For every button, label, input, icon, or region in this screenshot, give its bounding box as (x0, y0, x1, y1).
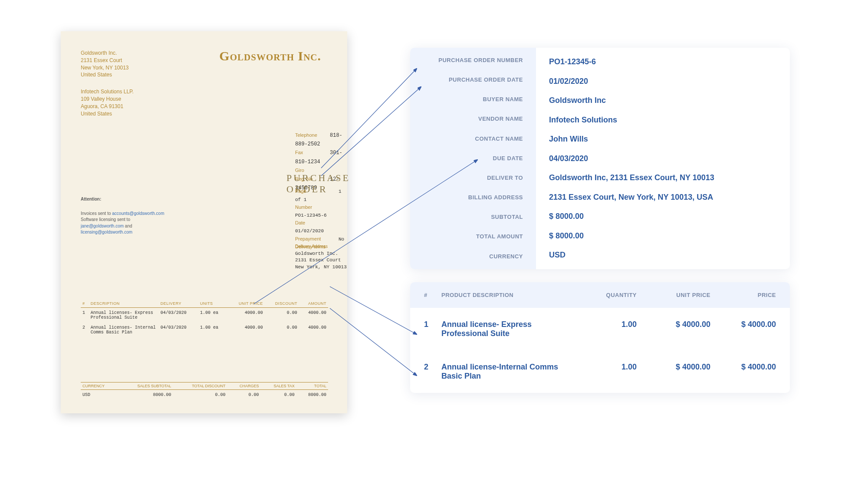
delivery-name: Goldsworth Inc. (295, 251, 347, 257)
lines-cell-up: $ 4000.00 (637, 363, 710, 372)
vendor-country: United States (81, 110, 327, 118)
cell-del: 04/03/2020 (159, 323, 198, 337)
delivery-block: Delivery Address Goldsworth Inc. 2131 Es… (295, 244, 347, 270)
tot-col-cur: CURRENCY (81, 382, 118, 390)
extracted-lines-card: # PRODUCT DESCRIPTION QUANTITY UNIT PRIC… (410, 282, 790, 393)
fax-label: Fax (295, 149, 330, 157)
col-units: UNITS (198, 300, 227, 308)
lines-col-price: PRICE (710, 292, 776, 298)
label-po-number: PURCHASE ORDER NUMBER (410, 57, 523, 63)
lines-cell-desc: Annual license- Express Professional Sui… (441, 320, 585, 338)
lines-cell-desc: Annual license-Internal Comms Basic Plan (441, 363, 585, 381)
date-value: 01/02/2020 (295, 228, 324, 234)
col-desc: DESCRIPTION (89, 300, 159, 308)
attention-block: Attention: Invoices sent to accounts@gol… (81, 196, 194, 236)
cell-desc: Annual licenses- Express Professional Su… (89, 308, 159, 323)
lines-cell-qty: 1.00 (585, 363, 637, 372)
lines-cell-n: 2 (424, 363, 441, 372)
lines-cell-up: $ 4000.00 (637, 320, 710, 329)
vendor-addr-line2: Aguora, CA 91301 (81, 103, 327, 110)
attention-text-2: Software licensing sent to (81, 217, 194, 223)
cell-amt: 4000.00 (299, 308, 328, 323)
value-po-number: PO1-12345-6 (549, 57, 777, 66)
cell-units: 1.00 ea (198, 323, 227, 337)
value-deliver: Goldsworth Inc, 2131 Essex Court, NY 100… (549, 173, 777, 182)
value-total: $ 8000.00 (549, 231, 777, 241)
lines-cell-price: $ 4000.00 (710, 363, 776, 372)
lines-row: 1 Annual license- Express Professional S… (410, 308, 790, 350)
page-label: Page (295, 188, 339, 195)
prepayment-value: No (339, 237, 344, 242)
tot-col-disc: TOTAL DISCOUNT (173, 382, 227, 390)
lines-cell-price: $ 4000.00 (710, 320, 776, 329)
company-title: Goldsworth Inc. (219, 49, 321, 63)
lines-cell-n: 1 (424, 320, 441, 329)
cell-n: 1 (81, 308, 89, 323)
lines-col-qty: QUANTITY (585, 292, 637, 298)
label-deliver: DELIVER TO (410, 175, 523, 181)
lines-col-up: UNIT PRICE (637, 292, 710, 298)
vendor-address-block: Infotech Solutions LLP. 109 Valley House… (81, 88, 327, 117)
col-n: # (81, 300, 89, 308)
delivery-line2: New York, NY 10013 (295, 264, 347, 270)
extracted-summary-card: PURCHASE ORDER NUMBER PURCHASE ORDER DAT… (410, 48, 790, 269)
cell-del: 04/03/2020 (159, 308, 198, 323)
value-due: 04/03/2020 (549, 154, 777, 163)
col-disc: DISCOUNT (265, 300, 299, 308)
item-row: 2 Annual licenses- Internal Comms Basic … (81, 323, 328, 337)
date-label: Date (295, 219, 339, 227)
value-buyer: Goldsworth Inc (549, 96, 777, 105)
number-value: PO1-12345-6 (295, 213, 327, 218)
prepayment-label: Prepayment (295, 235, 339, 243)
cell-up: 4000.00 (227, 308, 265, 323)
number-label: Number (295, 204, 339, 211)
summary-labels-column: PURCHASE ORDER NUMBER PURCHASE ORDER DAT… (410, 48, 536, 269)
cell-disc: 0.00 (265, 308, 299, 323)
tot-disc: 0.00 (173, 390, 227, 400)
cell-n: 2 (81, 323, 89, 337)
lines-header-row: # PRODUCT DESCRIPTION QUANTITY UNIT PRIC… (410, 282, 790, 308)
label-subtotal: SUBTOTAL (410, 214, 523, 220)
delivery-line1: 2131 Essex Court (295, 257, 347, 264)
lines-cell-qty: 1.00 (585, 320, 637, 329)
item-row: 1 Annual licenses- Express Professional … (81, 308, 328, 323)
label-vendor: VENDOR NAME (410, 116, 523, 122)
cell-units: 1.00 ea (198, 308, 227, 323)
buyer-country: United States (81, 71, 327, 79)
attention-and: and (124, 224, 132, 228)
cell-amt: 4000.00 (299, 323, 328, 337)
vendor-name: Infotech Solutions LLP. (81, 88, 327, 96)
cell-disc: 0.00 (265, 323, 299, 337)
tot-chg: 0.00 (227, 390, 261, 400)
value-billing: 2131 Essex Court, New York, NY 10013, US… (549, 193, 777, 202)
value-contact: John Wills (549, 135, 777, 144)
value-currency: USD (549, 251, 777, 260)
label-currency: CURRENCY (410, 254, 523, 260)
lines-row: 2 Annual license-Internal Comms Basic Pl… (410, 350, 790, 393)
lines-col-n: # (424, 292, 441, 298)
label-buyer: BUYER NAME (410, 96, 523, 102)
attention-text-1: Invoices sent to (81, 211, 112, 216)
attention-email-2a: jane@goldsworth.com (81, 224, 124, 228)
source-purchase-order-document: Goldsworth Inc. Goldsworth Inc. 2131 Ess… (61, 31, 347, 413)
label-due: DUE DATE (410, 155, 523, 162)
summary-values-column: PO1-12345-6 01/02/2020 Goldsworth Inc In… (536, 48, 790, 269)
tot-cur: USD (81, 390, 118, 400)
line-items-table: # DESCRIPTION DELIVERY UNITS UNIT PRICE … (81, 300, 328, 337)
vendor-addr-line1: 109 Valley House (81, 96, 327, 103)
cell-desc: Annual licenses- Internal Comms Basic Pl… (89, 323, 159, 337)
value-po-date: 01/02/2020 (549, 77, 777, 86)
label-total: TOTAL AMOUNT (410, 234, 523, 240)
attention-email-2b: licensing@goldsworth.com (81, 230, 132, 234)
tot-col-tot: TOTAL (296, 382, 328, 390)
value-vendor: Infotech Solutions (549, 115, 777, 125)
col-amt: AMOUNT (299, 300, 328, 308)
label-contact: CONTACT NAME (410, 136, 523, 142)
value-subtotal: $ 8000.00 (549, 212, 777, 221)
col-up: UNIT PRICE (227, 300, 265, 308)
tot-col-tax: SALES TAX (260, 382, 296, 390)
delivery-label: Delivery Address (295, 244, 347, 249)
attention-heading: Attention: (81, 196, 194, 203)
tot-sub: 8000.00 (118, 390, 173, 400)
lines-col-desc: PRODUCT DESCRIPTION (441, 292, 585, 298)
